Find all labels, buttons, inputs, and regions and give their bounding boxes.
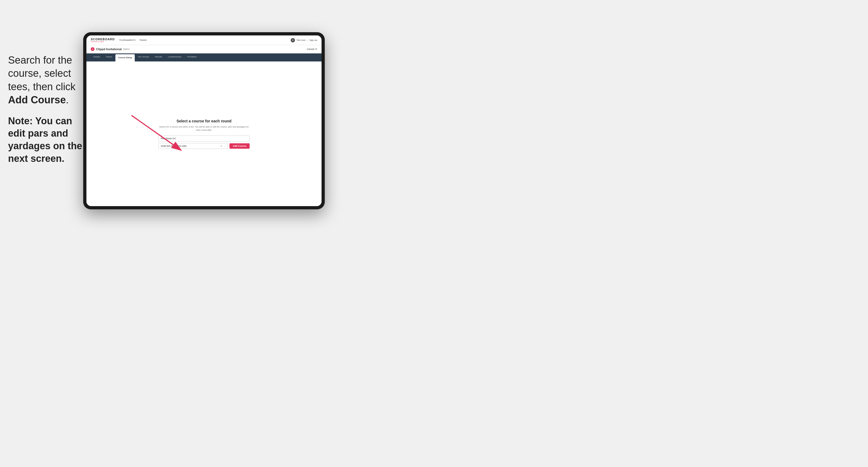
chevron-down-icon[interactable]: ⌄ (223, 145, 225, 147)
nav-teams[interactable]: TEAMS (139, 39, 147, 41)
tab-printables[interactable]: Printables (184, 54, 199, 61)
tab-course-setup[interactable]: Course Setup (116, 54, 135, 61)
tablet-frame: SCOREBOARD Powered by clippd TOURNAMENTS… (83, 32, 325, 209)
tab-teams[interactable]: Teams (103, 54, 115, 61)
tee-select-value: Gold (M) (M) (7010 yds) (161, 145, 187, 147)
logo-title: SCOREBOARD (91, 38, 115, 41)
tablet-screen: SCOREBOARD Powered by clippd TOURNAMENTS… (86, 35, 321, 206)
tab-details[interactable]: Details (91, 54, 102, 61)
top-navbar: SCOREBOARD Powered by clippd TOURNAMENTS… (86, 35, 321, 45)
tournament-subtitle: (Men) (123, 48, 130, 51)
logo-area: SCOREBOARD Powered by clippd (91, 38, 115, 42)
tab-leaderboards[interactable]: Leaderboards (165, 54, 184, 61)
divider: | (307, 39, 308, 41)
cancel-button[interactable]: Cancel ✕ (307, 48, 317, 51)
nav-left: SCOREBOARD Powered by clippd TOURNAMENTS… (91, 38, 147, 42)
main-content: Select a course for each round Search fo… (86, 61, 321, 206)
course-select-description: Search for a course and select a tee. Yo… (158, 125, 250, 132)
logo-sub: Powered by clippd (91, 41, 115, 42)
tee-select-controls: ✕ ⌄ (220, 145, 225, 147)
nav-right: B Test User | Sign out (291, 38, 317, 42)
note-text: Note: You can edit pars and yardages on … (8, 115, 86, 165)
user-name: Test User (297, 39, 306, 41)
instruction-bold: Add Course (8, 94, 66, 105)
sign-out-link[interactable]: Sign out (309, 39, 317, 41)
tournament-icon: C (91, 47, 94, 51)
course-search-input[interactable] (158, 135, 250, 142)
course-select-box: Select a course for each round Search fo… (158, 119, 250, 149)
tournament-name: Clippd Invitational (96, 48, 122, 51)
tournament-title-area: C Clippd Invitational (Men) (91, 47, 130, 51)
instruction-text: Search for the course, select tees, then… (8, 54, 86, 107)
nav-links: TOURNAMENTS TEAMS (119, 39, 147, 41)
tab-navigation: Details Teams Course Setup Tee Groups Re… (86, 54, 321, 61)
tournament-header: C Clippd Invitational (Men) Cancel ✕ (86, 45, 321, 54)
tab-tee-groups[interactable]: Tee Groups (135, 54, 152, 61)
course-select-title: Select a course for each round (158, 119, 250, 123)
tab-results[interactable]: Results (152, 54, 165, 61)
tee-select-row: Gold (M) (M) (7010 yds) ✕ ⌄ Add Course (158, 143, 250, 149)
tee-select-dropdown[interactable]: Gold (M) (M) (7010 yds) ✕ ⌄ (158, 143, 228, 149)
clear-icon[interactable]: ✕ (220, 145, 222, 147)
add-course-button[interactable]: Add Course (229, 143, 250, 149)
instruction-panel: Search for the course, select tees, then… (8, 54, 86, 173)
avatar: B (291, 38, 295, 42)
nav-tournaments[interactable]: TOURNAMENTS (119, 39, 135, 41)
